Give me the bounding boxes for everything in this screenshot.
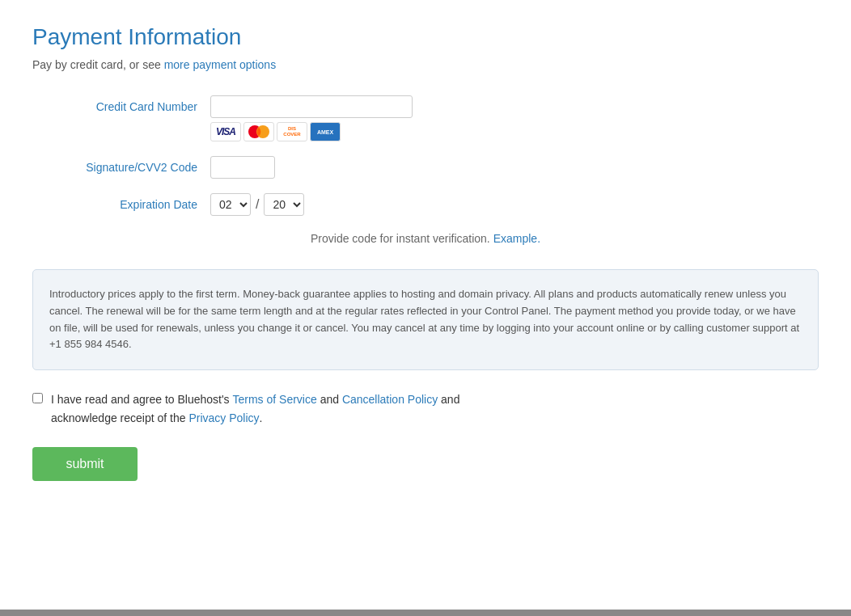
submit-button[interactable]: submit [32, 447, 138, 481]
tos-link[interactable]: Terms of Service [233, 393, 317, 406]
cvv-label: Signature/CVV2 Code [32, 156, 210, 174]
payment-form: Credit Card Number VISA [32, 95, 819, 216]
verification-example-link[interactable]: Example. [493, 232, 540, 245]
card-icons: VISA DISCOVER [210, 122, 341, 141]
agreement-section: I have read and agree to Bluehost's Term… [32, 390, 819, 427]
cvv-row: Signature/CVV2 Code [32, 156, 819, 179]
agreement-checkbox[interactable] [32, 393, 43, 403]
verification-note: Provide code for instant verification. E… [32, 232, 819, 245]
expiration-row: Expiration Date 01 02 03 04 05 06 07 08 … [32, 193, 819, 216]
page-container: Payment Information Pay by credit card, … [0, 0, 851, 513]
visa-icon: VISA [210, 122, 241, 141]
credit-card-field-group: VISA DISCOVER [210, 95, 413, 141]
discover-icon: DISCOVER [277, 122, 307, 141]
cvv-input[interactable] [210, 156, 275, 179]
mastercard-icon [243, 122, 274, 141]
agreement-prefix: I have read and agree to Bluehost's [51, 393, 233, 406]
info-box: Introductory prices apply to the first t… [32, 269, 819, 370]
credit-card-input[interactable] [210, 95, 413, 118]
subtitle: Pay by credit card, or see more payment … [32, 58, 819, 71]
verification-text: Provide code for instant verification. [311, 232, 490, 245]
more-payment-options-link[interactable]: more payment options [164, 58, 277, 71]
expiration-field-group: 01 02 03 04 05 06 07 08 09 10 11 12 / 18… [210, 193, 304, 216]
expiration-year-select[interactable]: 18 19 20 21 22 23 24 25 26 27 28 [264, 193, 304, 216]
cancellation-policy-link[interactable]: Cancellation Policy [342, 393, 438, 406]
subtitle-text: Pay by credit card, or see [32, 58, 164, 71]
privacy-policy-link[interactable]: Privacy Policy [188, 411, 259, 424]
credit-card-label: Credit Card Number [32, 95, 210, 113]
expiration-separator: / [256, 197, 259, 212]
amex-icon: AMEX [310, 122, 341, 141]
expiration-label: Expiration Date [32, 193, 210, 211]
agreement-and1: and [317, 393, 342, 406]
info-box-text: Introductory prices apply to the first t… [49, 288, 799, 350]
cvv-field-group [210, 156, 275, 179]
expiration-month-select[interactable]: 01 02 03 04 05 06 07 08 09 10 11 12 [210, 193, 251, 216]
page-title: Payment Information [32, 24, 819, 50]
agreement-suffix: . [260, 411, 263, 424]
credit-card-row: Credit Card Number VISA [32, 95, 819, 141]
agreement-text: I have read and agree to Bluehost's Term… [51, 390, 459, 427]
